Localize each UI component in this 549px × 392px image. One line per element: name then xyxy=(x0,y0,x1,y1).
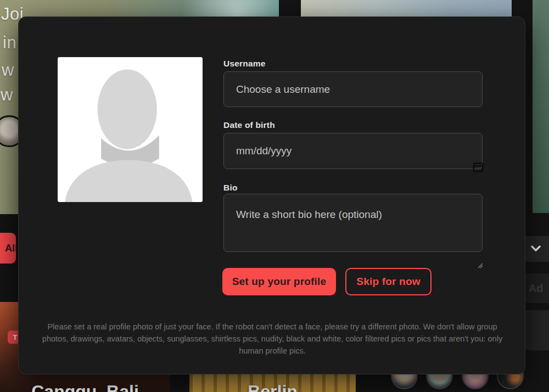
skip-button[interactable]: Skip for now xyxy=(345,268,432,295)
dob-label: Date of birth xyxy=(223,120,275,130)
ad-label: Ad xyxy=(523,273,549,303)
background-page: Joi in w w All Ad T Canggu, Bali Berlin xyxy=(0,0,549,392)
bio-label: Bio xyxy=(223,183,238,193)
card-title: Canggu, Bali xyxy=(0,382,170,392)
hero-text-fragment: w xyxy=(1,85,13,105)
side-panel xyxy=(523,310,549,350)
bio-textarea[interactable] xyxy=(223,194,483,252)
hero-text-fragment: w xyxy=(2,60,14,80)
hero-text-fragment: in xyxy=(3,33,16,53)
username-label: Username xyxy=(223,59,266,69)
side-image xyxy=(533,0,549,213)
sky-image xyxy=(301,0,512,18)
chevron-down-icon xyxy=(531,244,541,254)
setup-profile-button[interactable]: Set up your profile xyxy=(222,268,336,295)
profile-setup-modal: Username Date of birth Bio Set up your p… xyxy=(18,16,525,374)
filter-all-button[interactable]: All xyxy=(0,233,16,264)
photo-policy-disclaimer: Please set a real profile photo of just … xyxy=(42,321,503,357)
person-silhouette-icon xyxy=(58,194,203,202)
card-title: Berlin xyxy=(189,382,356,392)
calendar-icon[interactable] xyxy=(472,161,484,173)
dob-input[interactable] xyxy=(223,133,483,169)
profile-photo-placeholder[interactable] xyxy=(58,57,203,202)
dropdown-button[interactable] xyxy=(523,236,549,262)
username-input[interactable] xyxy=(223,71,483,107)
resize-handle-icon[interactable] xyxy=(478,261,483,266)
